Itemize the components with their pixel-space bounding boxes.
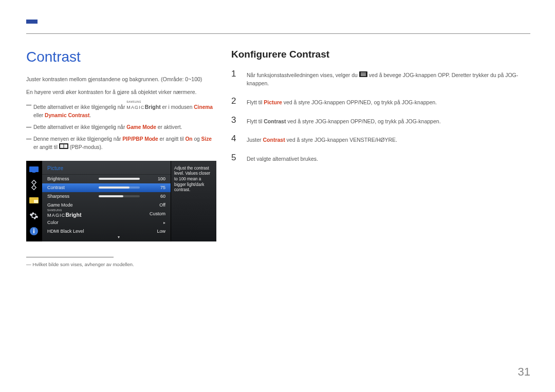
step-number: 3: [231, 116, 237, 126]
right-column: Konfigurere Contrast 1 Når funksjonstast…: [231, 49, 534, 172]
step-text: Flytt til Contrast ved å styre JOG-knapp…: [247, 116, 441, 126]
samsung-magic-bright-label: SAMSUNGMAGICBright: [47, 210, 81, 218]
step-number: 5: [231, 153, 237, 163]
left-column: Contrast Juster kontrasten mellom gjenst…: [26, 49, 216, 267]
osd-slider-track: [99, 178, 140, 180]
note-item-1: ― Dette alternativet er ikke tilgjengeli…: [26, 101, 216, 119]
osd-row-label: Contrast: [47, 185, 99, 190]
svg-rect-8: [34, 200, 38, 203]
osd-main-panel: Picture Brightness100Contrast75Sharpness…: [42, 161, 171, 241]
osd-row-value: 100: [145, 176, 165, 181]
footnote-rule: [26, 257, 114, 257]
step-number: 1: [231, 69, 237, 88]
osd-row-label: Color: [47, 220, 99, 225]
header-accent-bar: [26, 20, 38, 24]
note-item-2: ― Dette alternativet er ikke tilgjengeli…: [26, 123, 216, 131]
osd-row-label: HDMI Black Level: [47, 229, 99, 234]
note-text: Denne menyen er ikke tilgjengelig når PI…: [33, 135, 216, 151]
section-title: Contrast: [26, 49, 216, 65]
header-rule: [26, 33, 530, 34]
osd-row-value: 60: [145, 194, 165, 199]
osd-description-panel: Adjust the contrast level. Values closer…: [171, 161, 216, 241]
step-5: 5 Det valgte alternativet brukes.: [231, 153, 534, 163]
step-text: Når funksjonstastveiledningen vises, vel…: [247, 69, 534, 88]
osd-panel-title: Picture: [42, 164, 171, 175]
subsection-title: Konfigurere Contrast: [231, 49, 534, 60]
svg-rect-6: [32, 185, 36, 189]
svg-rect-5: [32, 180, 36, 184]
osd-row: HDMI Black LevelLow: [42, 227, 171, 236]
osd-row-value: Low: [157, 229, 165, 234]
pbp-mode-icon: [59, 143, 68, 151]
step-3: 3 Flytt til Contrast ved å styre JOG-kna…: [231, 116, 534, 126]
dash-icon: ―: [26, 135, 33, 151]
osd-scroll-down-icon: ▾: [118, 235, 120, 239]
step-number: 4: [231, 134, 237, 144]
osd-slider-track: [99, 186, 140, 189]
dash-icon: ―: [26, 101, 33, 119]
step-2: 2 Flytt til Picture ved å styre JOG-knap…: [231, 97, 534, 107]
notes-list: ― Dette alternativet er ikke tilgjengeli…: [26, 101, 216, 151]
osd-slider-fill: [99, 195, 123, 197]
osd-slider-track: [99, 195, 140, 197]
osd-nav-pip-icon: [26, 193, 42, 208]
osd-row-value: Off: [159, 202, 165, 208]
svg-rect-2: [64, 144, 67, 148]
osd-row-value: Custom: [150, 211, 165, 216]
svg-rect-3: [29, 166, 39, 172]
chevron-right-icon: ▸: [163, 220, 165, 225]
step-1: 1 Når funksjonstastveiledningen vises, v…: [231, 69, 534, 88]
intro-para-2: En høyere verdi øker kontrasten for å gj…: [26, 88, 216, 96]
note-text: Dette alternativet er ikke tilgjengelig …: [33, 101, 216, 119]
samsung-magic-bright-label: SAMSUNGMAGICBright: [126, 101, 160, 111]
osd-screenshot: Picture Brightness100Contrast75Sharpness…: [26, 161, 216, 241]
osd-row: Color▸: [42, 218, 171, 227]
step-text: Juster Contrast ved å styre JOG-knappen …: [247, 134, 397, 144]
osd-row: Contrast75: [42, 183, 171, 192]
osd-slider-fill: [99, 178, 140, 180]
osd-row-label: Brightness: [47, 176, 99, 181]
osd-row: Game ModeOff: [42, 201, 171, 210]
osd-sidebar: [26, 161, 42, 241]
svg-rect-10: [33, 230, 34, 233]
svg-rect-14: [361, 74, 366, 74]
page-number: 31: [518, 365, 530, 379]
step-4: 4 Juster Contrast ved å styre JOG-knappe…: [231, 134, 534, 144]
svg-rect-4: [32, 172, 35, 173]
note-item-3: ― Denne menyen er ikke tilgjengelig når …: [26, 135, 216, 151]
step-text: Flytt til Picture ved å styre JOG-knappe…: [247, 97, 437, 107]
osd-nav-screen-icon: [26, 177, 42, 193]
intro-para-1: Juster kontrasten mellom gjenstandene og…: [26, 76, 216, 83]
osd-row-label: Game Mode: [47, 202, 99, 208]
note-text: Dette alternativet er ikke tilgjengelig …: [33, 123, 182, 131]
osd-nav-info-icon: [26, 223, 42, 239]
svg-rect-15: [361, 76, 366, 76]
osd-row: Sharpness60: [42, 192, 171, 201]
osd-row: Brightness100: [42, 175, 171, 183]
step-number: 2: [231, 97, 237, 107]
menu-icon: [359, 71, 367, 80]
osd-row-label: Sharpness: [47, 194, 99, 199]
svg-rect-13: [361, 73, 366, 73]
osd-nav-settings-icon: [26, 208, 42, 223]
svg-rect-1: [60, 144, 64, 148]
dash-icon: ―: [26, 123, 33, 131]
osd-row-label: SAMSUNGMAGICBright: [47, 210, 99, 218]
step-text: Det valgte alternativet brukes.: [247, 153, 318, 163]
osd-row-value: 75: [145, 185, 165, 190]
osd-slider-fill: [99, 186, 130, 189]
svg-rect-11: [33, 229, 34, 230]
osd-nav-picture-icon: [26, 162, 42, 177]
footnote-text: ― Hvilket bilde som vises, avhenger av m…: [26, 262, 216, 267]
osd-row: SAMSUNGMAGICBrightCustom: [42, 210, 171, 218]
